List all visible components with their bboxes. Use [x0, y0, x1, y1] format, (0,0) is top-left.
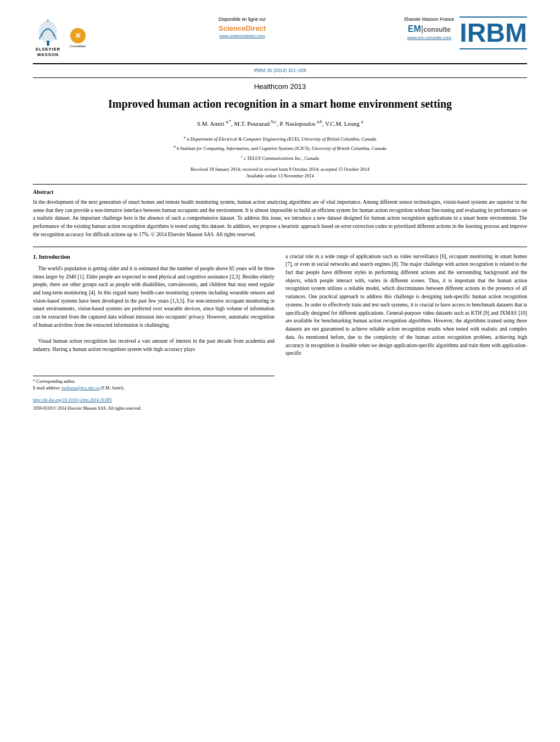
svg-point-3: [53, 35, 55, 37]
abstract-title: Abstract: [33, 189, 527, 195]
footnote-email: E-mail address: mohsena@ece.ubc.ca (S.M.…: [33, 385, 275, 392]
crossmark-icon: ✕: [70, 28, 86, 43]
intro-para2: Visual human action recognition has rece…: [33, 337, 275, 353]
elsevier-logo: ELSEVIERMASSON: [33, 16, 63, 58]
divider-2: [33, 184, 527, 185]
header-center: Disponible en ligne sur ScienceDirect ww…: [91, 16, 393, 38]
affiliations: a a Department of Electrical & Computer …: [33, 135, 527, 162]
affil-b: b b Institute for Computing, Information…: [33, 144, 527, 152]
sciencedirect-logo: ScienceDirect: [219, 24, 266, 32]
svg-point-5: [54, 38, 56, 40]
elsevier-text: ELSEVIERMASSON: [36, 47, 60, 58]
abstract-text: In the development of the next generatio…: [33, 198, 527, 239]
emconsulte-section: Elsevier Masson France EM|consulte www.e…: [404, 16, 454, 40]
right-para1: a crucial role in a wide range of applic…: [285, 253, 527, 358]
header: ELSEVIERMASSON ✕ CrossMark Disponible en…: [33, 16, 527, 64]
abstract-section: Abstract In the development of the next …: [33, 189, 527, 239]
elsevier-tree-icon: [33, 16, 63, 47]
consulte-part: consulte: [423, 26, 450, 34]
header-logos-left: ELSEVIERMASSON ✕ CrossMark: [33, 16, 86, 58]
svg-point-1: [39, 20, 57, 42]
svg-point-2: [41, 35, 43, 37]
page: ELSEVIERMASSON ✕ CrossMark Disponible en…: [0, 0, 560, 742]
em-logo: EM|consulte: [408, 24, 451, 34]
divider-3: [33, 247, 527, 247]
intro-para1: The world's population is getting older …: [33, 265, 275, 330]
conference-label: Healthcom 2013: [33, 82, 527, 91]
received-dates: Received 18 January 2014; received in re…: [33, 166, 527, 172]
irbm-logo: IRBM: [460, 16, 527, 49]
disponible-label: Disponible en ligne sur: [219, 16, 266, 22]
available-online: Available online 13 November 2014: [33, 173, 527, 178]
footnote-corresponding: * Corresponding author.: [33, 378, 275, 385]
em-url[interactable]: www.em-consulte.com: [407, 35, 451, 40]
copyright: 1959-0318/© 2014 Elsevier Masson SAS. Al…: [33, 405, 275, 412]
footnote-section: * Corresponding author. E-mail address: …: [33, 376, 275, 412]
doi-link[interactable]: http://dx.doi.org/10.1016/j.irbm.2014.10…: [33, 398, 112, 403]
crossmark-text: CrossMark: [70, 44, 86, 48]
col-right: a crucial role in a wide range of applic…: [285, 253, 527, 412]
em-part: EM: [408, 24, 421, 34]
irbm-logo-section: IRBM: [460, 16, 527, 49]
col-left: 1. Introduction The world's population i…: [33, 253, 275, 412]
crossmark-logo: ✕ CrossMark: [70, 28, 86, 48]
section-1-title: 1. Introduction: [33, 253, 275, 261]
svg-point-4: [40, 38, 41, 40]
em-france-label: Elsevier Masson France: [404, 16, 454, 22]
journal-info: IRBM 35 (2014) 321–328: [33, 68, 527, 73]
authors: S.M. Amiri a,*, M.T. Pourazad b,c, P. Na…: [33, 119, 527, 129]
divider-1: [33, 77, 527, 78]
sciencedirect-url[interactable]: www.sciencedirect.com: [220, 34, 265, 38]
doi-section: http://dx.doi.org/10.1016/j.irbm.2014.10…: [33, 396, 275, 404]
affil-c: c c TELUS Communications Inc., Canada: [33, 154, 527, 162]
two-column-body: 1. Introduction The world's population i…: [33, 253, 527, 412]
article-title: Improved human action recognition in a s…: [44, 96, 516, 111]
email-link[interactable]: mohsena@ece.ubc.ca: [61, 386, 99, 390]
sciencedirect-name: ScienceDirect: [219, 24, 266, 32]
section-number: 1.: [33, 254, 39, 260]
svg-point-6: [47, 20, 49, 22]
authors-text: S.M. Amiri a,*, M.T. Pourazad b,c, P. Na…: [197, 120, 363, 127]
section-label: Introduction: [39, 254, 70, 260]
affil-a: a a Department of Electrical & Computer …: [33, 135, 527, 143]
